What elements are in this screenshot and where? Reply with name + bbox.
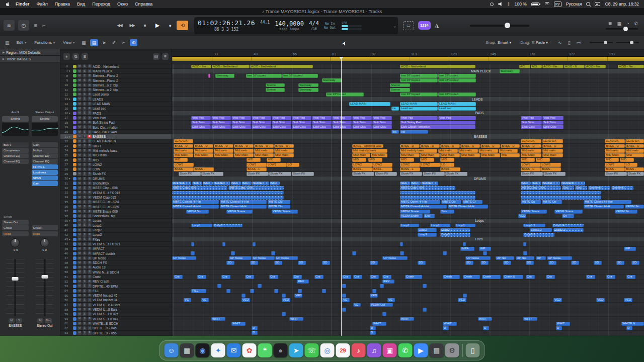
track-header-55[interactable]: 55MSRVEDM Impact 45 (60, 294, 172, 298)
mute-button[interactable]: M (77, 191, 82, 195)
track-header-42[interactable]: 42MSRLoop3 (60, 233, 172, 237)
folder-disclosure-icon[interactable]: ▾ (69, 112, 72, 115)
record-enable-button[interactable]: R (88, 214, 92, 218)
folder-disclosure-icon[interactable]: ▾ (69, 135, 72, 138)
arrange-row-34[interactable] (172, 195, 644, 200)
region[interactable]: SD (418, 261, 426, 265)
region[interactable]: MID (536, 158, 550, 162)
master-volume-slider[interactable] (470, 25, 529, 27)
region[interactable]: MID Main (174, 153, 193, 157)
region[interactable] (400, 196, 475, 200)
solo-button[interactable]: S (83, 284, 87, 288)
region[interactable]: Cra (293, 275, 302, 279)
region[interactable] (423, 284, 427, 288)
region[interactable]: Vital Pad (352, 116, 372, 120)
region[interactable]: ACID - Ne (585, 65, 606, 69)
eq-thumbnail[interactable] (32, 123, 58, 136)
folder-disclosure-icon[interactable]: ▾ (69, 238, 72, 241)
region[interactable]: MID (400, 158, 414, 162)
record-enable-button[interactable]: R (88, 97, 92, 101)
mute-button[interactable]: M (77, 289, 82, 293)
region[interactable] (463, 242, 466, 246)
region[interactable]: Soft Strin (542, 121, 564, 125)
region[interactable]: VEDM Sn (615, 210, 637, 214)
track-header-51[interactable]: 51MSRCrash (60, 275, 172, 279)
track-header-39[interactable]: 39▾MSRLoops (60, 219, 172, 223)
mute-button[interactable]: M (77, 125, 82, 129)
dock-instagram-icon[interactable]: ▣ (383, 343, 397, 357)
arrange-row-44[interactable] (172, 242, 644, 246)
mute-button[interactable]: M (77, 214, 82, 218)
region[interactable]: MID (625, 153, 644, 157)
cycle-button[interactable]: ⟲ (177, 21, 188, 30)
mute-button[interactable]: M (77, 121, 82, 125)
region[interactable]: MID (174, 158, 188, 162)
region[interactable]: MID (501, 153, 520, 157)
mute-button[interactable]: M (77, 237, 82, 241)
region[interactable]: VED (518, 214, 526, 218)
track-header-22[interactable]: 22MSRLEAD DARREN (60, 139, 172, 144)
region[interactable]: Snofler (421, 182, 438, 186)
region[interactable]: BASS - Uplifting Low (352, 144, 383, 148)
region[interactable]: Loop1 (455, 224, 475, 228)
region[interactable]: Epic Clou (231, 125, 251, 129)
region[interactable]: Vital Pad (542, 116, 564, 120)
region[interactable]: LO (625, 163, 637, 167)
record-enable-button[interactable]: R (88, 270, 92, 274)
bounce-button[interactable]: Bnc (45, 318, 52, 323)
region[interactable] (342, 284, 346, 288)
solo-button[interactable]: S (83, 219, 87, 223)
record-enable-button[interactable]: R (88, 172, 92, 176)
region[interactable]: VEDM Upl (370, 303, 393, 307)
record-enable-button[interactable]: R (88, 69, 92, 73)
mute-button[interactable]: M (77, 275, 82, 279)
region[interactable]: Inst 36*copied (400, 78, 438, 82)
bluetooth-icon[interactable]: ᛒ (507, 2, 510, 7)
region[interactable]: VED (553, 298, 562, 302)
duplicate-track-button[interactable]: ⧉ (72, 53, 79, 60)
solo-button[interactable]: S (16, 318, 22, 323)
region[interactable] (191, 251, 195, 255)
mute-button[interactable]: M (77, 158, 82, 162)
track-header-44[interactable]: 44MSRVEDM S...t FX 021 (60, 242, 172, 246)
mute-button[interactable]: M (77, 102, 82, 106)
region[interactable]: VE (201, 298, 209, 302)
record-enable-button[interactable]: R (88, 83, 92, 87)
region[interactable]: MBTE Clap - 006 (228, 186, 284, 190)
fader-cap[interactable] (12, 277, 19, 281)
region[interactable]: ACID - Netherland (212, 65, 250, 69)
region[interactable]: MID Main (194, 153, 213, 157)
region[interactable]: D (370, 331, 376, 335)
folder-disclosure-icon[interactable]: ▾ (69, 69, 72, 72)
region[interactable]: BASS - U (542, 144, 563, 148)
group-slot[interactable]: Group (2, 225, 29, 230)
region[interactable]: BASS - (541, 167, 561, 171)
region[interactable]: Cra (221, 275, 230, 279)
region[interactable] (250, 289, 254, 293)
region[interactable]: Mid melo (625, 149, 644, 153)
menu-item-Файл[interactable]: Файл (33, 2, 51, 7)
region[interactable]: Soft Strin (272, 121, 291, 125)
region[interactable]: VEDM Sn (186, 210, 209, 214)
waveform-zoom-icon[interactable]: ∿ (556, 40, 564, 45)
region[interactable]: Inst 36*copied (438, 74, 476, 78)
region[interactable]: Inst 36*copied (438, 78, 476, 82)
track-header-30[interactable]: 30▾MSRDRUMS (60, 176, 172, 181)
menu-item-Вид[interactable]: Вид (73, 2, 89, 7)
region[interactable]: Cra (370, 275, 379, 279)
region[interactable]: Vital Pad (372, 116, 392, 120)
mute-button[interactable]: M (37, 318, 43, 323)
region[interactable]: Mid melo (234, 149, 254, 153)
horizontal-zoom-icon[interactable]: ▭ (574, 40, 583, 45)
region[interactable]: kick Sno (172, 182, 191, 186)
solo-button[interactable]: S (83, 298, 87, 302)
arrange-row-59[interactable] (172, 312, 644, 317)
region[interactable]: D (252, 326, 258, 330)
arrange-row-16[interactable]: PADS (172, 111, 644, 116)
region[interactable]: MID (521, 158, 535, 162)
region[interactable]: ACID - Ne (618, 65, 644, 69)
record-enable-button[interactable]: R (88, 191, 92, 195)
region[interactable]: Soft String Pad (400, 121, 475, 125)
record-enable-button[interactable]: R (88, 158, 92, 162)
snap-control[interactable]: Snap:Smart▾ (486, 40, 511, 45)
